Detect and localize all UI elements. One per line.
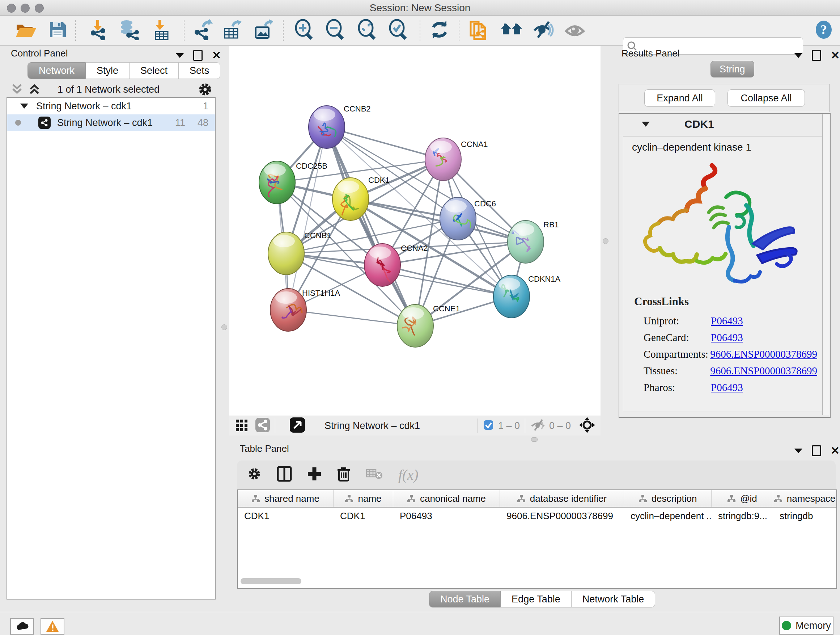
network-node-CCNB1[interactable]: CCNB1 [268,231,332,275]
panel-close-icon[interactable]: ✕ [831,51,840,60]
network-edge-CCNB2-HIST1H1A[interactable] [288,127,327,310]
gene-header-row[interactable]: CDK1 [619,114,830,135]
crosslink-link[interactable]: P06493 [711,382,743,394]
results-scrollbar[interactable] [822,114,829,415]
crosslink-link[interactable]: P06493 [711,332,743,344]
crosslink-link[interactable]: 9606.ENSP00000378699 [710,365,817,377]
column-header-name[interactable]: name [333,490,393,507]
network-node-CDC6[interactable]: CDC6 [440,197,496,240]
tab-style[interactable]: Style [86,62,129,79]
zoom-in-icon [294,19,314,42]
zoom-in-button[interactable] [292,19,316,42]
export-network-button[interactable] [191,19,215,42]
help-button[interactable]: ? [812,19,836,42]
function-builder-button[interactable]: f(x) [398,466,418,483]
birds-eye-view-button[interactable] [500,19,524,42]
panel-menu-icon[interactable] [176,53,184,58]
network-node-CCNB2[interactable]: CCNB2 [309,104,371,149]
network-collection-row[interactable]: String Network – cdk1 1 [7,98,215,114]
tab-sets[interactable]: Sets [179,62,220,79]
network-edge-CCNA2-CDKN1A[interactable] [382,265,512,296]
network-node-CCNE1[interactable]: CCNE1 [397,304,460,347]
zoom-fit-button[interactable] [355,19,379,42]
network-node-CDC25B[interactable]: CDC25B [259,161,327,204]
crosslink-link[interactable]: 9606.ENSP00000378699 [710,348,817,360]
export-network-icon [193,19,213,42]
add-column-button[interactable] [307,466,322,483]
tab-node-table[interactable]: Node Table [429,591,501,608]
bottom-splitter-grip[interactable] [531,437,538,442]
copy-network-button[interactable] [467,19,491,42]
network-view-title: String Network – cdk1 [325,420,420,432]
delete-table-button[interactable] [366,467,383,482]
network-edge-HIST1H1A-CCNE1[interactable] [288,310,415,326]
expand-all-button[interactable]: Expand All [644,89,715,107]
floppy-disk-icon [49,21,66,40]
gear-icon [197,82,213,97]
tab-network[interactable]: Network [27,62,86,79]
table-settings-button[interactable] [247,467,262,483]
network-canvas[interactable]: CCNB2CCNA1CDC25BCDK1CDC6RB1CCNB1CCNA2CDK… [229,46,600,416]
cloud-icon [15,621,29,631]
column-header-canonical-name[interactable]: canonical name [393,490,500,507]
refresh-view-button[interactable] [428,19,452,42]
hide-selected-button[interactable] [531,19,555,42]
detach-view-button[interactable] [290,417,305,434]
tab-network-table[interactable]: Network Table [572,591,655,608]
panel-menu-icon[interactable] [794,53,802,58]
save-session-button[interactable] [46,19,69,42]
network-node-CDKN1A[interactable]: CDKN1A [493,274,561,318]
panel-close-icon[interactable]: ✕ [212,51,221,60]
zoom-out-button[interactable] [324,19,347,42]
network-node-CDK1[interactable]: CDK1 [332,176,390,220]
table-row[interactable]: CDK1CDK1P064939606.ENSP00000378699cyclin… [238,508,836,524]
panel-float-icon[interactable] [193,50,202,61]
grid-view-button[interactable] [235,418,249,433]
selected-checkbox[interactable] [483,420,494,432]
column-header-shared-name[interactable]: shared name [238,490,333,507]
cloud-status-button[interactable] [10,618,34,635]
table-cell: stringdb:9... [712,508,773,524]
tab-select[interactable]: Select [129,62,179,79]
export-image-button[interactable] [251,19,275,42]
zoom-selected-button[interactable] [386,19,410,42]
panel-close-icon[interactable]: ✕ [831,447,840,455]
import-network-database-button[interactable] [117,19,141,42]
show-columns-button[interactable] [277,466,292,483]
network-node-HIST1H1A[interactable]: HIST1H1A [270,288,340,331]
warning-status-button[interactable] [41,618,65,635]
column-header-namespace[interactable]: namespace [773,490,836,507]
panel-menu-icon[interactable] [794,448,802,453]
crosslink-link[interactable]: P06493 [711,315,743,327]
gene-collapse-icon[interactable] [642,122,650,127]
gear-icon [247,467,262,481]
right-splitter-grip[interactable] [603,238,608,244]
table-horizontal-scrollbar[interactable] [240,578,302,584]
tab-string[interactable]: String [711,61,754,78]
network-node-CCNA1[interactable]: CCNA1 [425,138,488,181]
network-view-share-button[interactable] [256,418,270,434]
left-splitter-grip[interactable] [221,325,227,330]
tree-expand-icon[interactable] [20,103,28,109]
open-session-button[interactable] [14,19,38,42]
panel-float-icon[interactable] [812,50,821,61]
collapse-all-button[interactable]: Collapse All [728,89,805,107]
hidden-eye-slash-icon[interactable] [531,419,546,432]
crosshair-pan-button[interactable] [579,417,595,435]
tab-edge-table[interactable]: Edge Table [501,591,572,608]
main-toolbar: ? [0,16,840,46]
network-node-RB1[interactable]: RB1 [505,220,559,263]
network-row[interactable]: String Network – cdk1 11 48 [7,114,215,131]
column-header--id[interactable]: @id [712,490,773,507]
network-options-button[interactable] [197,82,213,98]
delete-column-button[interactable] [337,466,351,484]
import-network-file-button[interactable] [86,19,110,42]
memory-button[interactable]: Memory [779,616,834,635]
export-table-button[interactable] [220,19,244,42]
show-all-button[interactable] [563,19,587,42]
column-header-database-identifier[interactable]: database identifier [500,490,624,507]
import-table-file-button[interactable] [149,19,173,42]
panel-float-icon[interactable] [812,445,821,456]
network-node-CCNA2[interactable]: CCNA2 [364,244,428,287]
column-header-description[interactable]: description [624,490,712,507]
